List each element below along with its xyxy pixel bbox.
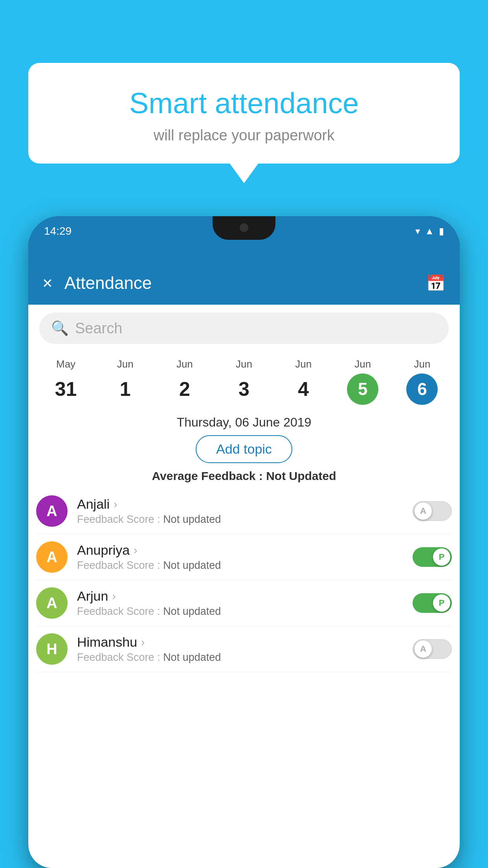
- student-item[interactable]: HHimanshu ›Feedback Score : Not updatedA: [36, 626, 452, 672]
- date-month: Jun: [393, 358, 452, 370]
- student-name: Arjun ›: [77, 588, 403, 604]
- attendance-toggle[interactable]: A: [413, 501, 452, 521]
- status-icons: ▾ ▲ ▮: [415, 226, 444, 237]
- battery-icon: ▮: [439, 226, 444, 237]
- date-cell-3[interactable]: Jun3: [214, 358, 273, 405]
- attendance-toggle[interactable]: P: [413, 593, 452, 613]
- student-feedback: Feedback Score : Not updated: [77, 559, 403, 572]
- front-camera: [240, 223, 248, 232]
- date-month: Jun: [333, 358, 393, 370]
- student-feedback: Feedback Score : Not updated: [77, 651, 403, 664]
- date-month: Jun: [214, 358, 273, 370]
- chevron-right-icon: ›: [112, 590, 116, 603]
- date-day: 3: [228, 373, 260, 405]
- phone-content: 🔍 Search May31Jun1Jun2Jun3Jun4Jun5Jun6 T…: [28, 305, 460, 868]
- date-month: May: [36, 358, 95, 370]
- search-icon: 🔍: [51, 320, 69, 337]
- date-day: 31: [50, 373, 82, 405]
- date-month: Jun: [155, 358, 214, 370]
- chevron-right-icon: ›: [141, 636, 145, 649]
- close-button[interactable]: ×: [42, 273, 53, 293]
- student-name: Himanshu ›: [77, 634, 403, 650]
- date-cell-2[interactable]: Jun2: [155, 358, 214, 405]
- student-avatar: H: [36, 633, 68, 665]
- student-feedback: Feedback Score : Not updated: [77, 513, 403, 526]
- chevron-right-icon: ›: [134, 544, 137, 557]
- selected-date-label: Thursday, 06 June 2019: [28, 408, 460, 435]
- bubble-card: Smart attendance will replace your paper…: [28, 63, 460, 164]
- student-avatar: A: [36, 495, 68, 527]
- search-input[interactable]: Search: [75, 320, 122, 337]
- phone-top-bar: 14:29 ▾ ▲ ▮: [28, 216, 460, 261]
- avg-feedback-label: Average Feedback :: [152, 469, 262, 482]
- date-day: 1: [110, 373, 141, 405]
- status-time: 14:29: [44, 225, 72, 237]
- speech-bubble: Smart attendance will replace your paper…: [28, 63, 460, 164]
- bubble-title: Smart attendance: [44, 86, 444, 120]
- avg-feedback-value: Not Updated: [266, 469, 336, 482]
- search-container: 🔍 Search: [28, 305, 460, 352]
- student-info: Himanshu ›Feedback Score : Not updated: [77, 634, 403, 664]
- date-month: Jun: [95, 358, 155, 370]
- student-info: Arjun ›Feedback Score : Not updated: [77, 588, 403, 618]
- student-avatar: A: [36, 541, 68, 573]
- date-day: 4: [288, 373, 319, 405]
- phone-notch: [213, 216, 275, 240]
- chevron-right-icon: ›: [114, 498, 117, 511]
- add-topic-button[interactable]: Add topic: [196, 435, 292, 463]
- date-day: 6: [406, 373, 438, 405]
- student-info: Anjali ›Feedback Score : Not updated: [77, 497, 403, 526]
- student-item[interactable]: AAnjali ›Feedback Score : Not updatedA: [36, 488, 452, 534]
- student-item[interactable]: AArjun ›Feedback Score : Not updatedP: [36, 580, 452, 626]
- toggle-knob: P: [433, 594, 450, 612]
- date-day: 5: [347, 373, 378, 405]
- avg-feedback: Average Feedback : Not Updated: [28, 469, 460, 483]
- date-cell-5[interactable]: Jun5: [333, 358, 393, 405]
- calendar-icon[interactable]: 📅: [426, 274, 446, 292]
- signal-icon: ▲: [425, 226, 434, 237]
- toggle-knob: A: [415, 502, 432, 520]
- toggle-knob: P: [433, 548, 450, 566]
- date-cell-4[interactable]: Jun4: [274, 358, 333, 405]
- student-info: Anupriya ›Feedback Score : Not updated: [77, 542, 403, 572]
- attendance-toggle[interactable]: P: [413, 547, 452, 567]
- date-day: 2: [169, 373, 200, 405]
- student-name: Anjali ›: [77, 497, 403, 512]
- date-cell-0[interactable]: May31: [36, 358, 95, 405]
- student-item[interactable]: AAnupriya ›Feedback Score : Not updatedP: [36, 534, 452, 580]
- wifi-icon: ▾: [415, 226, 420, 237]
- date-month: Jun: [274, 358, 333, 370]
- date-cell-1[interactable]: Jun1: [95, 358, 155, 405]
- student-feedback: Feedback Score : Not updated: [77, 605, 403, 618]
- toggle-knob: A: [415, 640, 432, 658]
- date-cell-6[interactable]: Jun6: [393, 358, 452, 405]
- attendance-toggle[interactable]: A: [413, 639, 452, 659]
- app-bar: × Attendance 📅: [28, 261, 460, 305]
- date-strip: May31Jun1Jun2Jun3Jun4Jun5Jun6: [28, 352, 460, 408]
- student-name: Anupriya ›: [77, 542, 403, 558]
- search-bar[interactable]: 🔍 Search: [39, 313, 449, 344]
- student-list: AAnjali ›Feedback Score : Not updatedAAA…: [28, 488, 460, 672]
- phone-frame: 14:29 ▾ ▲ ▮ × Attendance 📅 🔍 Search May3…: [28, 216, 460, 868]
- bubble-subtitle: will replace your paperwork: [44, 127, 444, 144]
- app-title: Attendance: [64, 273, 426, 293]
- student-avatar: A: [36, 587, 68, 619]
